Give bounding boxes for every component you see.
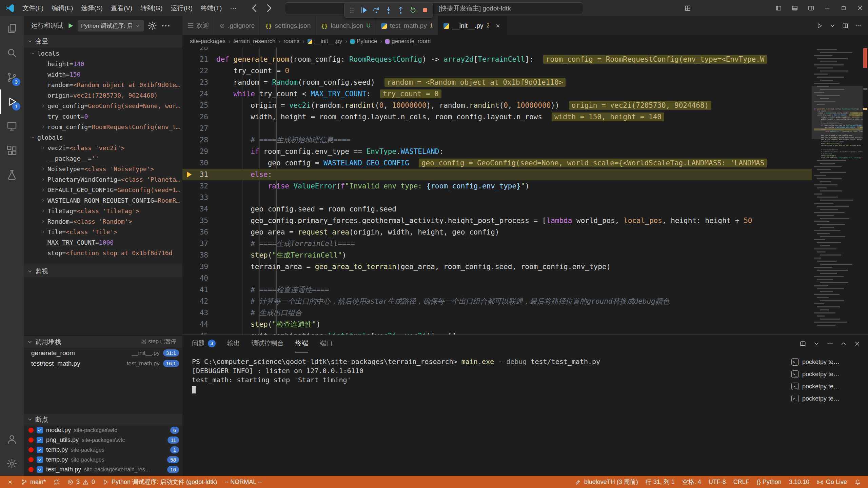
- layout-grid-button[interactable]: [679, 0, 696, 16]
- code-line[interactable]: 20: [182, 47, 812, 54]
- maximize-panel-button[interactable]: [837, 338, 850, 350]
- breadcrumb-item[interactable]: rooms: [283, 38, 299, 45]
- activitybar-settings[interactable]: [0, 451, 24, 476]
- toggle-sidebar-button[interactable]: [770, 0, 787, 16]
- variable-scope-locals[interactable]: locals: [24, 48, 182, 59]
- activitybar-account[interactable]: [0, 427, 24, 451]
- menu-item-运行[interactable]: 运行(R): [167, 2, 197, 14]
- variable-row[interactable]: __package__ = '': [24, 153, 182, 164]
- menu-item-转到[interactable]: 转到(G): [136, 2, 166, 14]
- continue-button[interactable]: [358, 4, 370, 17]
- variable-row[interactable]: try_count = 0: [24, 111, 182, 122]
- statusbar-indentation[interactable]: 空格: 4: [678, 476, 705, 488]
- terminal-instance[interactable]: >_pocketpy te…: [787, 368, 868, 380]
- variable-row[interactable]: NoiseType = <class 'NoiseType'>: [24, 164, 182, 174]
- restart-button[interactable]: [407, 4, 419, 17]
- editor[interactable]: 2021def generate_room(room_config: RoomR…: [182, 47, 868, 334]
- breakpoint-row[interactable]: temp.pysite-packages1: [24, 445, 182, 455]
- variable-row[interactable]: random = <Random object at 0x1bf9d01e…: [24, 80, 182, 90]
- breadcrumb-item[interactable]: terrain_research: [234, 38, 276, 45]
- panel-tab-终端[interactable]: 终端: [295, 335, 308, 352]
- statusbar-notifications[interactable]: [851, 476, 865, 488]
- code-line[interactable]: 34 geo_config.seed = room_config.seed: [182, 203, 812, 215]
- panel-tab-问题[interactable]: 问题3: [192, 335, 216, 352]
- variable-row[interactable]: PlanetaryWindConfig = <class 'Planeta…: [24, 174, 182, 185]
- variable-row[interactable]: origin = vec2i(7205730, 9024468): [24, 90, 182, 101]
- more-actions-icon[interactable]: [161, 21, 171, 31]
- statusbar-eol[interactable]: CRLF: [730, 476, 753, 488]
- terminal-dropdown-button[interactable]: [810, 338, 823, 350]
- code-line[interactable]: 38 step("生成TerrainCell"): [182, 249, 812, 261]
- step-out-button[interactable]: [395, 4, 407, 17]
- terminal-output[interactable]: PS C:\computer_science\godot-ldtk\site-p…: [182, 352, 787, 476]
- code-area[interactable]: 2021def generate_room(room_config: RoomR…: [182, 47, 812, 334]
- tab-欢迎[interactable]: 欢迎: [182, 16, 214, 35]
- close-panel-button[interactable]: [851, 338, 863, 350]
- minimap[interactable]: def generate_room(room_config: RoomReque…: [812, 47, 863, 334]
- menu-item-文件[interactable]: 文件(F): [18, 2, 47, 14]
- code-line[interactable]: 23 random = Random(room_config.seed)rand…: [182, 77, 812, 88]
- debug-config-select[interactable]: Python 调试程序: 启: [78, 20, 144, 32]
- menu-item-查看[interactable]: 查看(V): [107, 2, 136, 14]
- code-line[interactable]: 35 geo_config.primary_forces.geothermal_…: [182, 215, 812, 226]
- checkbox-checked-icon[interactable]: [37, 447, 43, 453]
- code-line[interactable]: 41 # ====检查连通性====: [182, 284, 812, 296]
- statusbar-debug-status[interactable]: Python 调试程序: 启动文件 (godot-ldtk): [99, 476, 221, 488]
- toggle-panel-button[interactable]: [787, 0, 803, 16]
- tab-.gdignore[interactable]: ⊘.gdignore: [214, 16, 260, 35]
- forward-icon[interactable]: [263, 2, 274, 14]
- code-line[interactable]: 36 geo_area = request_area(origin, width…: [182, 226, 812, 238]
- variable-row[interactable]: DEFAULT_GEO_CONFIG = GeoConfig(seed=1…: [24, 185, 182, 195]
- step-into-button[interactable]: [382, 4, 395, 17]
- code-line[interactable]: 33: [182, 192, 812, 203]
- variable-row[interactable]: TileTag = <class 'TileTag'>: [24, 206, 182, 216]
- gear-icon[interactable]: [147, 21, 157, 31]
- tab-settings.json[interactable]: {}settings.json: [260, 16, 316, 35]
- menu-item-终端[interactable]: 终端(T): [197, 2, 226, 14]
- checkbox-checked-icon[interactable]: [37, 427, 43, 433]
- panel-tab-输出[interactable]: 输出: [227, 335, 240, 352]
- code-line[interactable]: 39 terrain_area = geo_area_to_terrain(ge…: [182, 261, 812, 272]
- variable-row[interactable]: Tile = <class 'Tile'>: [24, 227, 182, 237]
- variable-row[interactable]: height = 140: [24, 59, 182, 69]
- close-window-button[interactable]: [852, 0, 868, 16]
- activitybar-extensions[interactable]: [0, 138, 24, 163]
- code-line[interactable]: 25 origin = vec2i(random.randint(0, 1000…: [182, 100, 812, 111]
- variable-row[interactable]: stop = <function stop at 0x1bf8d716d: [24, 248, 182, 258]
- code-line[interactable]: 44 step("检查连通性"): [182, 319, 812, 330]
- variable-row[interactable]: vec2i = <class 'vec2i'>: [24, 143, 182, 153]
- code-line[interactable]: 30 geo_config = WASTELAND_GEO_CONFIGgeo_…: [182, 157, 812, 169]
- tab-launch.json[interactable]: {}launch.jsonU: [316, 16, 376, 35]
- minimize-button[interactable]: [819, 0, 835, 16]
- statusbar-encoding[interactable]: UTF-8: [705, 476, 730, 488]
- activitybar-testing[interactable]: [0, 163, 24, 187]
- activitybar-search[interactable]: [0, 41, 24, 65]
- code-line[interactable]: 24 while try_count < MAX_TRY_COUNT:try_c…: [182, 88, 812, 100]
- close-tab-icon[interactable]: ×: [493, 21, 502, 30]
- statusbar-git-branch[interactable]: main*: [17, 476, 50, 488]
- run-dropdown-button[interactable]: [826, 19, 839, 32]
- breadcrumb-item[interactable]: __init__.py: [308, 38, 342, 45]
- code-line[interactable]: 26 width, height = room_config.layout.n_…: [182, 111, 812, 123]
- breakpoint-row[interactable]: temp.pysite-packages58: [24, 455, 182, 465]
- statusbar-gitlens-blame[interactable]: blueloveTH (3 周前): [571, 476, 642, 488]
- breadcrumb-item[interactable]: Pylance: [350, 38, 377, 45]
- maximize-button[interactable]: [835, 0, 852, 16]
- activitybar-explorer[interactable]: [0, 16, 24, 41]
- run-python-file-button[interactable]: [813, 19, 826, 32]
- editor-more-actions-button[interactable]: [852, 19, 865, 32]
- panel-tab-端口[interactable]: 端口: [320, 335, 333, 352]
- activitybar-source-control[interactable]: 3: [0, 65, 24, 89]
- toggle-secondary-sidebar-button[interactable]: [803, 0, 819, 16]
- variable-row[interactable]: WASTELAND_ROOM_REQUEST_CONFIG = RoomR…: [24, 195, 182, 206]
- step-over-button[interactable]: [370, 4, 382, 17]
- code-line[interactable]: 45 exit_combinations:list[tuple[vec2i, v…: [182, 330, 812, 334]
- variable-row[interactable]: width = 150: [24, 69, 182, 80]
- start-debug-icon[interactable]: [67, 22, 74, 29]
- terminal-instance[interactable]: >_pocketpy te…: [787, 392, 868, 405]
- statusbar-go-live[interactable]: Go Live: [813, 476, 851, 488]
- statusbar-python-version[interactable]: 3.10.10: [785, 476, 813, 488]
- stop-button[interactable]: [419, 4, 431, 17]
- statusbar-sync[interactable]: [50, 476, 63, 488]
- statusbar-language-mode[interactable]: {} Python: [753, 476, 785, 488]
